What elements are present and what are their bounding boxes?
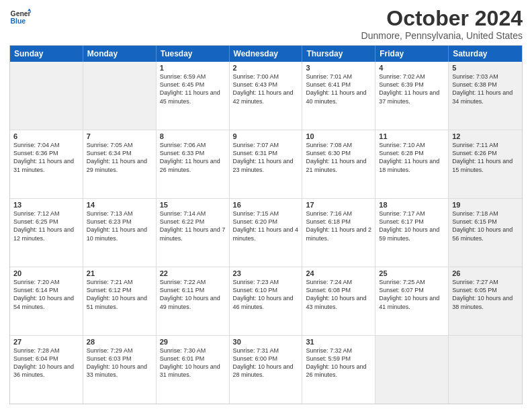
- day-number: 8: [160, 132, 226, 140]
- calendar-cell: 25Sunrise: 7:25 AM Sunset: 6:07 PM Dayli…: [375, 267, 449, 335]
- day-info: Sunrise: 7:32 AM Sunset: 5:59 PM Dayligh…: [306, 347, 366, 378]
- day-info: Sunrise: 7:16 AM Sunset: 6:18 PM Dayligh…: [306, 210, 371, 241]
- day-info: Sunrise: 7:02 AM Sunset: 6:39 PM Dayligh…: [379, 73, 439, 104]
- calendar-row: 6Sunrise: 7:04 AM Sunset: 6:36 PM Daylig…: [10, 130, 522, 199]
- calendar-row: 1Sunrise: 6:59 AM Sunset: 6:45 PM Daylig…: [10, 62, 522, 130]
- calendar-cell: [375, 336, 449, 404]
- calendar-cell: 9Sunrise: 7:07 AM Sunset: 6:31 PM Daylig…: [230, 130, 303, 198]
- day-info: Sunrise: 7:31 AM Sunset: 6:00 PM Dayligh…: [233, 347, 294, 378]
- calendar-body: 1Sunrise: 6:59 AM Sunset: 6:45 PM Daylig…: [10, 62, 522, 404]
- day-number: 4: [379, 64, 445, 72]
- calendar-cell: 12Sunrise: 7:11 AM Sunset: 6:26 PM Dayli…: [449, 130, 522, 198]
- calendar-cell: 21Sunrise: 7:21 AM Sunset: 6:12 PM Dayli…: [83, 267, 157, 335]
- day-info: Sunrise: 7:01 AM Sunset: 6:41 PM Dayligh…: [306, 73, 366, 104]
- calendar-cell: 6Sunrise: 7:04 AM Sunset: 6:36 PM Daylig…: [10, 130, 83, 198]
- day-number: 2: [233, 64, 299, 72]
- day-info: Sunrise: 7:10 AM Sunset: 6:28 PM Dayligh…: [379, 142, 439, 173]
- day-info: Sunrise: 7:13 AM Sunset: 6:23 PM Dayligh…: [87, 210, 147, 241]
- calendar-cell: 10Sunrise: 7:08 AM Sunset: 6:30 PM Dayli…: [302, 130, 375, 198]
- calendar: SundayMondayTuesdayWednesdayThursdayFrid…: [9, 45, 523, 404]
- day-number: 17: [306, 201, 371, 209]
- logo: General Blue: [9, 7, 31, 28]
- calendar-cell: 5Sunrise: 7:03 AM Sunset: 6:38 PM Daylig…: [449, 62, 522, 130]
- calendar-cell: 14Sunrise: 7:13 AM Sunset: 6:23 PM Dayli…: [83, 199, 157, 267]
- day-number: 25: [379, 269, 445, 277]
- calendar-cell: 30Sunrise: 7:31 AM Sunset: 6:00 PM Dayli…: [230, 336, 303, 404]
- day-number: 12: [452, 132, 519, 140]
- day-number: 3: [306, 64, 371, 72]
- calendar-cell: 23Sunrise: 7:23 AM Sunset: 6:10 PM Dayli…: [230, 267, 303, 335]
- calendar-cell: 17Sunrise: 7:16 AM Sunset: 6:18 PM Dayli…: [302, 199, 375, 267]
- day-info: Sunrise: 7:20 AM Sunset: 6:14 PM Dayligh…: [13, 279, 74, 310]
- day-info: Sunrise: 7:06 AM Sunset: 6:33 PM Dayligh…: [160, 142, 220, 173]
- day-info: Sunrise: 7:27 AM Sunset: 6:05 PM Dayligh…: [452, 279, 513, 310]
- day-info: Sunrise: 7:05 AM Sunset: 6:34 PM Dayligh…: [87, 142, 147, 173]
- calendar-cell: 27Sunrise: 7:28 AM Sunset: 6:04 PM Dayli…: [10, 336, 83, 404]
- day-number: 15: [160, 201, 226, 209]
- day-header: Wednesday: [230, 46, 303, 62]
- day-info: Sunrise: 7:17 AM Sunset: 6:17 PM Dayligh…: [379, 210, 439, 241]
- calendar-cell: 15Sunrise: 7:14 AM Sunset: 6:22 PM Dayli…: [157, 199, 230, 267]
- calendar-cell: [10, 62, 83, 130]
- location: Dunmore, Pennsylvania, United States: [361, 30, 523, 41]
- calendar-cell: 31Sunrise: 7:32 AM Sunset: 5:59 PM Dayli…: [302, 336, 375, 404]
- day-header: Monday: [83, 46, 157, 62]
- day-number: 18: [379, 201, 445, 209]
- day-info: Sunrise: 6:59 AM Sunset: 6:45 PM Dayligh…: [160, 73, 220, 104]
- day-info: Sunrise: 7:07 AM Sunset: 6:31 PM Dayligh…: [233, 142, 294, 173]
- calendar-row: 13Sunrise: 7:12 AM Sunset: 6:25 PM Dayli…: [10, 199, 522, 267]
- day-number: 9: [233, 132, 299, 140]
- svg-text:Blue: Blue: [11, 17, 26, 25]
- calendar-cell: 22Sunrise: 7:22 AM Sunset: 6:11 PM Dayli…: [157, 267, 230, 335]
- calendar-cell: 4Sunrise: 7:02 AM Sunset: 6:39 PM Daylig…: [375, 62, 449, 130]
- day-number: 7: [87, 132, 152, 140]
- calendar-cell: 20Sunrise: 7:20 AM Sunset: 6:14 PM Dayli…: [10, 267, 83, 335]
- day-header: Friday: [375, 46, 449, 62]
- day-info: Sunrise: 7:28 AM Sunset: 6:04 PM Dayligh…: [13, 347, 74, 378]
- day-number: 23: [233, 269, 299, 277]
- calendar-cell: 24Sunrise: 7:24 AM Sunset: 6:08 PM Dayli…: [302, 267, 375, 335]
- day-header: Sunday: [10, 46, 83, 62]
- day-info: Sunrise: 7:03 AM Sunset: 6:38 PM Dayligh…: [452, 73, 513, 104]
- day-info: Sunrise: 7:29 AM Sunset: 6:03 PM Dayligh…: [87, 347, 147, 378]
- calendar-cell: 18Sunrise: 7:17 AM Sunset: 6:17 PM Dayli…: [375, 199, 449, 267]
- day-number: 27: [13, 338, 79, 346]
- day-number: 16: [233, 201, 299, 209]
- day-number: 11: [379, 132, 445, 140]
- calendar-cell: 13Sunrise: 7:12 AM Sunset: 6:25 PM Dayli…: [10, 199, 83, 267]
- calendar-cell: 2Sunrise: 7:00 AM Sunset: 6:43 PM Daylig…: [230, 62, 303, 130]
- day-info: Sunrise: 7:08 AM Sunset: 6:30 PM Dayligh…: [306, 142, 366, 173]
- day-number: 26: [452, 269, 519, 277]
- calendar-cell: 11Sunrise: 7:10 AM Sunset: 6:28 PM Dayli…: [375, 130, 449, 198]
- day-header: Saturday: [449, 46, 522, 62]
- day-info: Sunrise: 7:25 AM Sunset: 6:07 PM Dayligh…: [379, 279, 439, 310]
- svg-marker-2: [28, 8, 31, 11]
- day-number: 20: [13, 269, 79, 277]
- calendar-cell: 29Sunrise: 7:30 AM Sunset: 6:01 PM Dayli…: [157, 336, 230, 404]
- day-info: Sunrise: 7:00 AM Sunset: 6:43 PM Dayligh…: [233, 73, 294, 104]
- title-block: October 2024 Dunmore, Pennsylvania, Unit…: [361, 7, 523, 41]
- day-number: 6: [13, 132, 79, 140]
- day-number: 10: [306, 132, 371, 140]
- day-info: Sunrise: 7:18 AM Sunset: 6:15 PM Dayligh…: [452, 210, 513, 241]
- day-info: Sunrise: 7:12 AM Sunset: 6:25 PM Dayligh…: [13, 210, 74, 241]
- calendar-cell: 26Sunrise: 7:27 AM Sunset: 6:05 PM Dayli…: [449, 267, 522, 335]
- day-info: Sunrise: 7:24 AM Sunset: 6:08 PM Dayligh…: [306, 279, 366, 310]
- day-info: Sunrise: 7:11 AM Sunset: 6:26 PM Dayligh…: [452, 142, 513, 173]
- calendar-cell: 28Sunrise: 7:29 AM Sunset: 6:03 PM Dayli…: [83, 336, 157, 404]
- day-number: 30: [233, 338, 299, 346]
- day-number: 1: [160, 64, 226, 72]
- day-number: 29: [160, 338, 226, 346]
- day-number: 24: [306, 269, 371, 277]
- day-number: 21: [87, 269, 152, 277]
- day-info: Sunrise: 7:23 AM Sunset: 6:10 PM Dayligh…: [233, 279, 294, 310]
- day-info: Sunrise: 7:15 AM Sunset: 6:20 PM Dayligh…: [233, 210, 299, 241]
- day-info: Sunrise: 7:22 AM Sunset: 6:11 PM Dayligh…: [160, 279, 220, 310]
- day-header: Tuesday: [157, 46, 230, 62]
- day-number: 14: [87, 201, 152, 209]
- day-info: Sunrise: 7:30 AM Sunset: 6:01 PM Dayligh…: [160, 347, 220, 378]
- calendar-cell: 19Sunrise: 7:18 AM Sunset: 6:15 PM Dayli…: [449, 199, 522, 267]
- day-info: Sunrise: 7:14 AM Sunset: 6:22 PM Dayligh…: [160, 210, 226, 241]
- calendar-cell: 7Sunrise: 7:05 AM Sunset: 6:34 PM Daylig…: [83, 130, 157, 198]
- day-number: 28: [87, 338, 152, 346]
